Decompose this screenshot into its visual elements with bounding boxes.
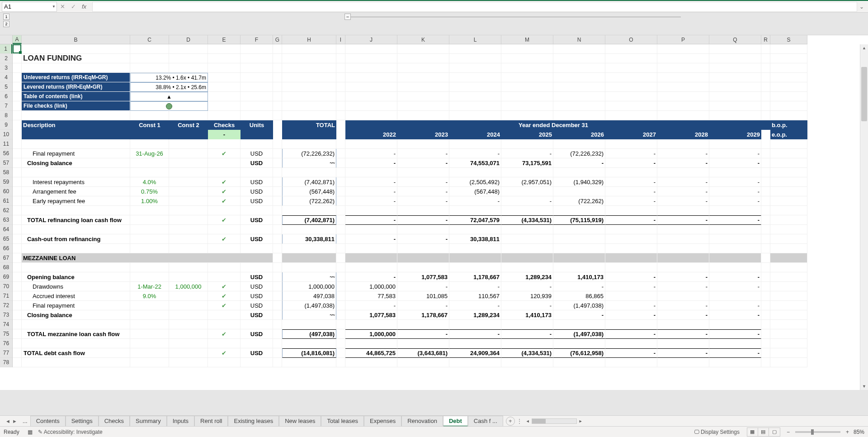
cell[interactable] bbox=[13, 291, 22, 301]
val-cell[interactable]: 1,000,000 bbox=[345, 329, 397, 339]
cell[interactable] bbox=[169, 54, 208, 63]
cell[interactable] bbox=[449, 82, 501, 92]
cell[interactable] bbox=[553, 73, 605, 82]
cell[interactable] bbox=[273, 111, 282, 120]
cell[interactable] bbox=[770, 206, 807, 215]
cell[interactable] bbox=[657, 73, 709, 82]
hdr-year[interactable]: 2028 bbox=[657, 130, 709, 139]
col-header-G[interactable]: G bbox=[273, 35, 282, 44]
desc-cell[interactable]: Cash-out from refinancing bbox=[22, 234, 130, 244]
cell[interactable] bbox=[208, 54, 241, 63]
col-header-A[interactable]: A bbox=[13, 35, 22, 44]
cell[interactable] bbox=[709, 244, 761, 253]
cell[interactable] bbox=[770, 101, 807, 111]
cell[interactable] bbox=[761, 272, 770, 282]
const2-cell[interactable] bbox=[169, 215, 208, 225]
val-cell[interactable]: 1,077,583 bbox=[345, 310, 397, 320]
check-cell[interactable]: ✔ bbox=[208, 234, 241, 244]
check-cell[interactable]: ✔ bbox=[208, 187, 241, 196]
total-cell[interactable]: ~~ bbox=[282, 310, 336, 320]
cell[interactable] bbox=[449, 225, 501, 234]
cell[interactable] bbox=[657, 44, 709, 54]
hdr-description[interactable]: Description bbox=[22, 120, 130, 130]
info-label[interactable]: Levered returns (IRR•EqM•GR) bbox=[22, 82, 130, 92]
cell[interactable] bbox=[709, 63, 761, 73]
val-cell[interactable]: - bbox=[449, 329, 501, 339]
val-cell[interactable]: - bbox=[709, 329, 761, 339]
cell[interactable] bbox=[282, 263, 336, 272]
sheet-tab-existing-leases[interactable]: Existing leases bbox=[228, 416, 279, 427]
hdr-cell[interactable] bbox=[13, 120, 22, 130]
val-cell[interactable]: - bbox=[345, 272, 397, 282]
cell[interactable] bbox=[657, 358, 709, 367]
cell[interactable] bbox=[282, 225, 336, 234]
row-header-73[interactable]: 73 bbox=[0, 310, 12, 320]
cell[interactable] bbox=[130, 320, 169, 329]
cell[interactable] bbox=[13, 54, 22, 63]
cell[interactable] bbox=[282, 73, 336, 82]
cell[interactable] bbox=[709, 139, 761, 149]
hdr-gap[interactable] bbox=[336, 130, 345, 139]
cell[interactable] bbox=[397, 358, 449, 367]
cell[interactable] bbox=[22, 111, 130, 120]
cell[interactable] bbox=[605, 139, 657, 149]
cell[interactable] bbox=[130, 111, 169, 120]
cell[interactable] bbox=[657, 63, 709, 73]
cell[interactable] bbox=[13, 149, 22, 158]
val-cell[interactable]: - bbox=[709, 215, 761, 225]
cell[interactable] bbox=[13, 329, 22, 339]
sheet-tab-inputs[interactable]: Inputs bbox=[167, 416, 194, 427]
val-cell[interactable]: - bbox=[397, 234, 449, 244]
col-header-N[interactable]: N bbox=[553, 35, 605, 44]
cell[interactable] bbox=[761, 263, 770, 272]
cell[interactable] bbox=[13, 339, 22, 348]
row-header-10[interactable]: 10 bbox=[0, 130, 12, 139]
check-cell[interactable] bbox=[208, 272, 241, 282]
bop-val[interactable] bbox=[770, 177, 807, 187]
cell[interactable] bbox=[449, 139, 501, 149]
cell[interactable] bbox=[169, 168, 208, 177]
cell[interactable] bbox=[345, 225, 397, 234]
val-cell[interactable]: - bbox=[657, 301, 709, 310]
total-cell[interactable]: (1,497,038) bbox=[282, 301, 336, 310]
cell[interactable] bbox=[501, 263, 553, 272]
row-header-60[interactable]: 60 bbox=[0, 187, 12, 196]
cell[interactable] bbox=[449, 92, 501, 101]
units-cell[interactable]: USD bbox=[241, 301, 273, 310]
val-cell[interactable]: - bbox=[345, 187, 397, 196]
cell[interactable] bbox=[770, 339, 807, 348]
cell[interactable] bbox=[770, 63, 807, 73]
row-header-70[interactable]: 70 bbox=[0, 282, 12, 291]
sheet-tab-expenses[interactable]: Expenses bbox=[364, 416, 401, 427]
cell[interactable] bbox=[397, 111, 449, 120]
cell[interactable] bbox=[130, 168, 169, 177]
cell[interactable] bbox=[273, 92, 282, 101]
cell[interactable] bbox=[22, 225, 130, 234]
val-cell[interactable]: - bbox=[605, 301, 657, 310]
val-cell[interactable]: - bbox=[397, 215, 449, 225]
cell[interactable] bbox=[282, 244, 336, 253]
cell[interactable] bbox=[336, 196, 345, 206]
hdr-gap[interactable] bbox=[273, 130, 282, 139]
units-cell[interactable]: USD bbox=[241, 149, 273, 158]
row-header-1[interactable]: 1 bbox=[0, 44, 12, 54]
const1-cell[interactable] bbox=[130, 348, 169, 358]
scroll-down-icon[interactable]: ▼ bbox=[860, 383, 868, 390]
row-header-6[interactable]: 6 bbox=[0, 92, 12, 101]
cell[interactable] bbox=[208, 320, 241, 329]
val-cell[interactable]: - bbox=[657, 196, 709, 206]
cell[interactable] bbox=[501, 101, 553, 111]
col-header-E[interactable]: E bbox=[208, 35, 241, 44]
cell[interactable] bbox=[13, 187, 22, 196]
val-cell[interactable]: (1,940,329) bbox=[553, 177, 605, 187]
cell[interactable] bbox=[336, 291, 345, 301]
col-header-K[interactable]: K bbox=[397, 35, 449, 44]
cell[interactable] bbox=[345, 358, 397, 367]
hdr-year-label[interactable]: Year ended December 31 bbox=[345, 120, 761, 130]
sheet-tab-debt[interactable]: Debt bbox=[443, 416, 468, 427]
val-cell[interactable]: - bbox=[605, 149, 657, 158]
cell[interactable] bbox=[553, 139, 605, 149]
col-header-M[interactable]: M bbox=[501, 35, 553, 44]
cell[interactable] bbox=[345, 244, 397, 253]
cell[interactable] bbox=[273, 158, 282, 168]
